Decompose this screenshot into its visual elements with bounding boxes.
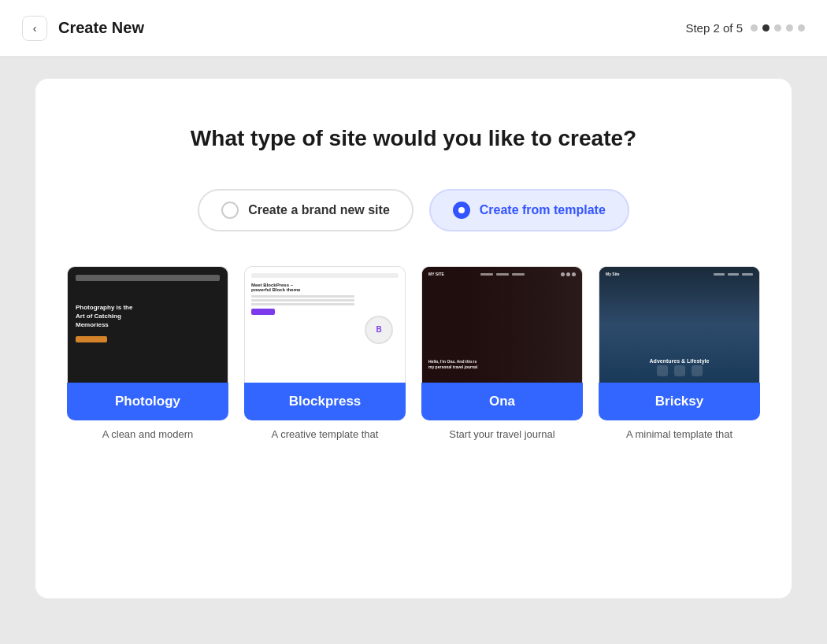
bricksy-link1 <box>714 273 725 276</box>
template-card-photology[interactable]: Photography is theArt of CatchingMemorie… <box>67 266 228 440</box>
step-dot-5 <box>798 24 805 31</box>
ona-nav-links <box>480 273 525 276</box>
photology-cta <box>76 336 107 342</box>
from-template-radio <box>453 202 470 219</box>
photology-desc: A clean and modern <box>67 428 228 440</box>
template-preview-ona: MY SITE Hello, I'm Ona. And this ismy <box>421 266 583 383</box>
back-icon: ‹ <box>33 22 37 35</box>
bricksy-icons <box>599 365 759 376</box>
template-card-bricksy[interactable]: My Site Adventures & Lifestyle <box>599 266 760 440</box>
question-text: What type of site would you like to crea… <box>191 126 636 151</box>
ona-link1 <box>480 273 493 276</box>
blockpress-logo: B <box>365 316 393 344</box>
bricksy-hero: Adventures & Lifestyle <box>599 358 759 364</box>
blockpress-label-bar: Blockpress <box>244 383 406 420</box>
from-template-option[interactable]: Create from template <box>429 189 629 231</box>
blockpress-desc: A creative template that <box>244 428 406 440</box>
step-dots <box>751 24 805 31</box>
ona-nav: MY SITE <box>422 272 582 276</box>
bricksy-links <box>714 273 753 276</box>
template-card-ona[interactable]: MY SITE Hello, I'm Ona. And this ismy <box>421 266 583 440</box>
bricksy-label-bar: Bricksy <box>599 383 760 420</box>
back-button[interactable]: ‹ <box>22 16 47 41</box>
ona-dot3 <box>572 272 576 276</box>
app-header: ‹ Create New Step 2 of 5 <box>0 0 827 57</box>
bricksy-nav: My Site <box>599 272 759 276</box>
blockpress-text3 <box>251 303 354 305</box>
bricksy-link2 <box>728 273 739 276</box>
options-row: Create a brand new site Create from temp… <box>198 189 629 231</box>
header-right: Step 2 of 5 <box>685 21 805 35</box>
creation-card: What type of site would you like to crea… <box>35 79 792 598</box>
bricksy-name: Bricksy <box>655 394 703 409</box>
template-card-blockpress[interactable]: Meet BlockPress –powerful Block theme B … <box>244 266 406 440</box>
ona-desc: Start your travel journal <box>421 428 583 440</box>
brand-new-label: Create a brand new site <box>248 203 390 217</box>
ona-dots <box>561 272 576 276</box>
photology-label-bar: Photology <box>67 383 228 420</box>
step-dot-1 <box>751 24 758 31</box>
ona-dot1 <box>561 272 565 276</box>
step-dot-3 <box>774 24 781 31</box>
blockpress-right: B <box>359 283 399 376</box>
blockpress-title: Meet BlockPress –powerful Block theme <box>251 283 354 292</box>
bricksy-icon3 <box>692 365 703 376</box>
main-content: What type of site would you like to crea… <box>0 57 827 644</box>
bricksy-icon1 <box>657 365 668 376</box>
templates-row: Photography is theArt of CatchingMemorie… <box>67 266 760 440</box>
ona-link3 <box>512 273 525 276</box>
brand-new-radio <box>221 202 239 219</box>
page-title: Create New <box>58 19 144 37</box>
bricksy-desc: A minimal template that <box>599 428 760 440</box>
ona-logo: MY SITE <box>428 272 444 276</box>
blockpress-content: Meet BlockPress –powerful Block theme B <box>251 283 399 376</box>
bricksy-logo: My Site <box>606 272 620 276</box>
brand-new-option[interactable]: Create a brand new site <box>198 189 414 231</box>
blockpress-cta <box>251 309 275 315</box>
step-label: Step 2 of 5 <box>685 21 743 35</box>
ona-dot2 <box>566 272 570 276</box>
photology-nav <box>76 275 220 281</box>
ona-name: Ona <box>489 394 515 409</box>
ona-label-bar: Ona <box>421 383 583 420</box>
step-dot-4 <box>786 24 793 31</box>
bricksy-link3 <box>742 273 753 276</box>
blockpress-name: Blockpress <box>289 394 362 409</box>
from-template-label: Create from template <box>480 203 606 217</box>
photology-hero: Photography is theArt of CatchingMemorie… <box>76 303 220 330</box>
template-preview-photology: Photography is theArt of CatchingMemorie… <box>67 266 228 383</box>
template-preview-blockpress: Meet BlockPress –powerful Block theme B <box>244 266 406 383</box>
step-dot-2 <box>762 24 770 31</box>
blockpress-text1 <box>251 295 354 298</box>
ona-hero-text: Hello, I'm Ona. And this ismy personal t… <box>428 359 477 370</box>
photology-name: Photology <box>115 394 180 409</box>
blockpress-nav <box>251 273 399 278</box>
blockpress-left: Meet BlockPress –powerful Block theme <box>251 283 354 376</box>
blockpress-text2 <box>251 299 354 302</box>
ona-link2 <box>496 273 509 276</box>
bricksy-icon2 <box>674 365 685 376</box>
header-left: ‹ Create New <box>22 16 144 41</box>
template-preview-bricksy: My Site Adventures & Lifestyle <box>599 266 760 383</box>
